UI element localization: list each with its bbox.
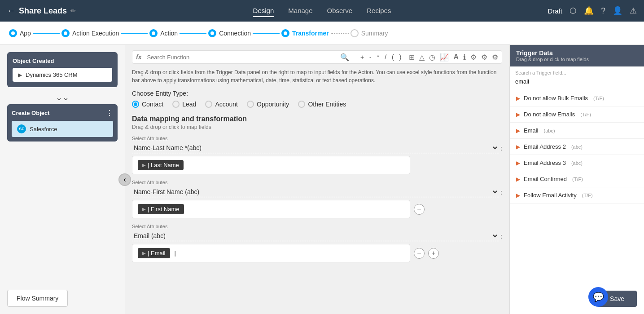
- trigger-item-type: (abc): [571, 160, 583, 166]
- field-input-2[interactable]: ▶ | First Name: [132, 200, 410, 218]
- radio-lead[interactable]: Lead: [172, 101, 196, 108]
- function-icons: ⊞ △ ◷ 📈 A ℹ ⚙ ⚙ ⚙: [409, 53, 498, 62]
- chat-bubble-button[interactable]: 💬: [588, 287, 608, 307]
- function-operators: + - * / ( ): [360, 53, 402, 61]
- nav-recipes[interactable]: Recipes: [367, 5, 391, 17]
- trigger-item[interactable]: ▶ Do not allow Emails (T/F): [510, 106, 644, 123]
- field-pill-lastname: ▶ | Last Name: [138, 160, 184, 170]
- header-right: Draft ⬡ 🔔 ? 👤 ⚠: [548, 6, 637, 16]
- trigger-item[interactable]: ▶ Email Confirmed (T/F): [510, 171, 644, 187]
- step-app[interactable]: App: [9, 29, 31, 37]
- op-plus[interactable]: +: [360, 53, 364, 61]
- field-pill-email: ▶ | Email: [138, 248, 170, 258]
- trigger-item[interactable]: ▶ Follow Email Activity (T/F): [510, 187, 644, 203]
- trigger-item-name: Email Address 3: [524, 159, 566, 166]
- trigger-item-icon: ▶: [516, 160, 520, 166]
- attr-select-row-1: Name-Last Name *(abc) :: [132, 143, 502, 153]
- create-object-title: Create Object: [12, 110, 50, 116]
- op-close-paren[interactable]: ): [399, 53, 402, 61]
- trigger-item[interactable]: ▶ Email Address 2 (abc): [510, 139, 644, 155]
- external-link-icon[interactable]: ⬡: [570, 6, 577, 16]
- attr-select-3[interactable]: Email (abc): [132, 231, 499, 241]
- field-input-1[interactable]: ▶ | Last Name: [132, 156, 410, 174]
- radio-account[interactable]: Account: [205, 101, 238, 108]
- clock-icon[interactable]: ◷: [429, 53, 435, 62]
- trigger-search-input[interactable]: [515, 77, 639, 86]
- op-multiply[interactable]: *: [377, 53, 379, 61]
- trigger-item-name: Do not allow Bulk Emails: [524, 95, 588, 102]
- collapse-sidebar-button[interactable]: ‹: [118, 173, 131, 186]
- attr-select-1[interactable]: Name-Last Name *(abc): [132, 143, 499, 153]
- field-pill-firstname: ▶ | First Name: [138, 204, 184, 214]
- search-icon[interactable]: 🔍: [340, 53, 349, 62]
- main-content: fx 🔍 + - * / ( ) ⊞ △ ◷ 📈 A ℹ ⚙ ⚙: [125, 45, 509, 314]
- attr-select-2[interactable]: Name-First Name (abc): [132, 187, 499, 197]
- trigger-item-name: Do not allow Emails: [524, 111, 575, 118]
- step-action[interactable]: Action: [149, 29, 178, 37]
- settings-icon-2[interactable]: ⚙: [481, 53, 487, 62]
- nav-design[interactable]: Design: [253, 5, 274, 17]
- info-icon[interactable]: ℹ: [463, 53, 466, 62]
- flow-summary-button[interactable]: Flow Summary: [7, 290, 68, 307]
- trigger-item-type: (abc): [544, 128, 555, 133]
- entity-radio-group: Contact Lead Account Opportunity Other E…: [132, 101, 502, 108]
- warning-icon[interactable]: ⚠: [630, 6, 637, 16]
- add-field-button[interactable]: +: [428, 248, 439, 259]
- nav-observe[interactable]: Observe: [327, 5, 353, 17]
- trigger-item[interactable]: ▶ Do not allow Bulk Emails (T/F): [510, 90, 644, 106]
- chart-icon[interactable]: △: [419, 53, 425, 62]
- user-icon[interactable]: 👤: [613, 6, 622, 16]
- settings-icon-1[interactable]: ⚙: [470, 53, 477, 62]
- settings-icon-3[interactable]: ⚙: [492, 53, 498, 62]
- entity-label: Choose Entity Type:: [132, 90, 502, 97]
- step-transformer[interactable]: Transformer: [281, 29, 329, 37]
- attr-label-1: Select Attributes: [132, 136, 502, 141]
- trigger-item-name: Email: [524, 127, 539, 134]
- line-chart-icon[interactable]: 📈: [440, 53, 449, 62]
- step-line-2: [121, 33, 148, 34]
- back-button[interactable]: ←: [7, 6, 15, 16]
- radio-contact[interactable]: Contact: [132, 101, 163, 108]
- step-connection-label: Connection: [219, 30, 251, 37]
- create-object-header: Create Object ⋮: [12, 109, 113, 117]
- trigger-item[interactable]: ▶ Email Address 3 (abc): [510, 155, 644, 171]
- field-input-3[interactable]: ▶ | Email |: [132, 244, 410, 262]
- dynamics-icon: ▶: [18, 72, 22, 78]
- field-input-row-3: ▶ | Email | − +: [132, 244, 502, 262]
- op-minus[interactable]: -: [369, 53, 372, 61]
- field-block-lastname: Select Attributes Name-Last Name *(abc) …: [132, 136, 502, 174]
- help-icon[interactable]: ?: [601, 6, 605, 16]
- function-bar: fx 🔍 + - * / ( ) ⊞ △ ◷ 📈 A ℹ ⚙ ⚙: [132, 50, 502, 64]
- text-icon[interactable]: A: [453, 53, 459, 62]
- function-search-input[interactable]: [147, 54, 336, 61]
- radio-other[interactable]: Other Entities: [298, 101, 346, 108]
- app-title: Share Leads: [19, 6, 67, 16]
- grid-icon[interactable]: ⊞: [409, 53, 415, 62]
- op-open-paren[interactable]: (: [392, 53, 394, 61]
- draft-label: Draft: [548, 7, 562, 15]
- mapping-subtitle: Drag & drop or click to map fields: [132, 124, 502, 130]
- trigger-item-icon: ▶: [516, 192, 520, 199]
- remove-firstname-button[interactable]: −: [414, 204, 425, 215]
- step-summary[interactable]: Summary: [350, 29, 388, 37]
- notification-icon[interactable]: 🔔: [584, 6, 594, 16]
- trigger-item-icon: ▶: [516, 176, 520, 182]
- entity-section: Choose Entity Type: Contact Lead Account…: [132, 90, 502, 108]
- object-created-card: Object Created ▶ Dynamics 365 CRM: [7, 52, 118, 87]
- op-divide[interactable]: /: [385, 53, 386, 61]
- mapping-section: Data mapping and transformation Drag & d…: [132, 115, 502, 262]
- trigger-item-icon: ▶: [516, 128, 520, 134]
- description-text: Drag & drop or click fields from the Tri…: [132, 68, 502, 84]
- remove-email-button[interactable]: −: [414, 248, 425, 259]
- nav-manage[interactable]: Manage: [288, 5, 312, 17]
- edit-icon[interactable]: ✏: [70, 7, 76, 14]
- trigger-item-icon: ▶: [516, 144, 520, 150]
- trigger-item-type: (T/F): [582, 193, 593, 198]
- trigger-search-label: Search a Trigger field...: [515, 70, 639, 75]
- step-action-execution[interactable]: Action Execution: [61, 29, 119, 37]
- step-connection[interactable]: Connection: [208, 29, 251, 37]
- trigger-search-area: Search a Trigger field...: [510, 66, 644, 90]
- trigger-item[interactable]: ▶ Email (abc): [510, 123, 644, 139]
- card-menu-icon[interactable]: ⋮: [106, 109, 113, 117]
- radio-opportunity[interactable]: Opportunity: [247, 101, 289, 108]
